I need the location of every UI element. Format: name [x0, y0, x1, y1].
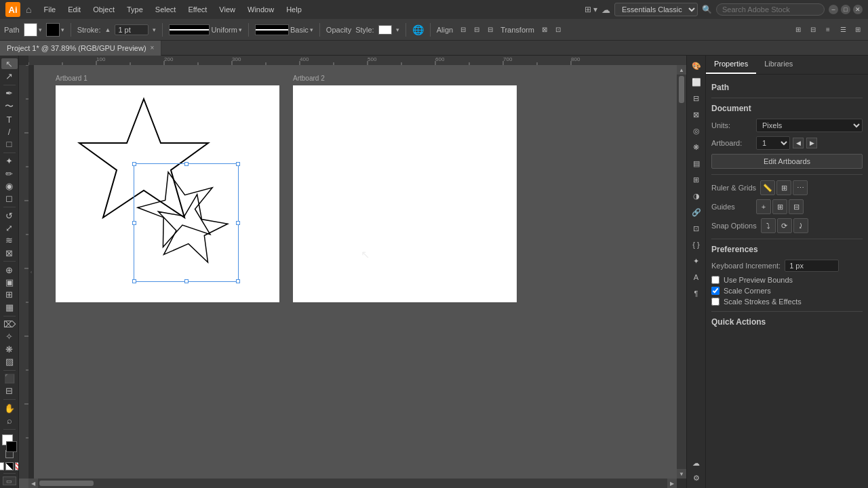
- scale-strokes-effects-checkbox[interactable]: [711, 298, 719, 306]
- home-icon[interactable]: ⌂: [26, 4, 31, 15]
- guides-icon-2[interactable]: ⊞: [772, 199, 787, 214]
- uniform-dropdown[interactable]: ▾: [239, 26, 242, 33]
- document-tab[interactable]: Project 1* @ 37.89% (RGB/GPU Preview) ×: [0, 41, 161, 56]
- column-graph-tool[interactable]: ▨: [1, 356, 18, 367]
- color-mode-gradient[interactable]: [5, 462, 14, 470]
- stroke-up-arrow[interactable]: ▲: [105, 26, 111, 33]
- paragraph-btn[interactable]: ¶: [689, 286, 704, 301]
- opacity-btn[interactable]: ◑: [689, 188, 704, 203]
- menu-effect[interactable]: Effect: [182, 3, 212, 16]
- ruler-icon[interactable]: 📏: [760, 180, 775, 195]
- fill-swatch[interactable]: [24, 23, 37, 37]
- artboard-dropdown[interactable]: 1: [756, 136, 790, 150]
- mesh-tool[interactable]: ⊞: [1, 289, 18, 300]
- slice-tool[interactable]: ⊟: [1, 386, 18, 396]
- scale-tool[interactable]: ⤢: [1, 222, 18, 233]
- snap-icon-3[interactable]: ⤸: [793, 218, 808, 233]
- style-dropdown[interactable]: ▾: [396, 26, 399, 33]
- arrange-icon-4[interactable]: ☰: [837, 24, 849, 36]
- type-tool[interactable]: T: [1, 114, 18, 125]
- menu-object[interactable]: Object: [87, 3, 120, 16]
- links-btn[interactable]: 🔗: [689, 205, 704, 220]
- arrange-icon-1[interactable]: ⊞: [792, 24, 804, 36]
- cloud-icon[interactable]: ☁: [601, 5, 610, 15]
- snap-icon-2[interactable]: ⟳: [777, 218, 792, 233]
- scale-corners-checkbox[interactable]: [711, 287, 719, 295]
- transform-panel-btn[interactable]: ⊠: [689, 107, 704, 122]
- globe-icon[interactable]: 🌐: [412, 24, 424, 35]
- star-small-2[interactable]: [148, 184, 234, 270]
- free-transform-tool[interactable]: ⊠: [1, 247, 18, 258]
- hand-tool[interactable]: ✋: [1, 403, 18, 413]
- sel-handle-mr[interactable]: [236, 221, 240, 225]
- blob-brush-tool[interactable]: ◉: [1, 180, 18, 191]
- maximize-button[interactable]: □: [841, 5, 850, 14]
- transform-icon-1[interactable]: ⊠: [538, 24, 551, 36]
- curvature-tool[interactable]: 〜: [1, 100, 18, 113]
- artboards-btn[interactable]: ⊞: [689, 172, 704, 187]
- grid-icon[interactable]: ⊞: [776, 180, 791, 195]
- sel-handle-br[interactable]: [236, 279, 240, 283]
- cc-libraries-btn[interactable]: ☁: [689, 455, 704, 470]
- menu-view[interactable]: View: [214, 3, 241, 16]
- scroll-thumb-x[interactable]: [39, 481, 94, 486]
- color-mode-color[interactable]: [0, 462, 4, 470]
- arrange-icon-5[interactable]: ⊞: [852, 24, 864, 36]
- layers-btn[interactable]: ▤: [689, 156, 704, 171]
- menu-file[interactable]: File: [38, 3, 61, 16]
- blend-tool[interactable]: ✧: [1, 331, 18, 342]
- settings-btn[interactable]: ⚙: [689, 470, 704, 485]
- align-center-icon[interactable]: ⊟: [471, 24, 483, 36]
- zoom-tool[interactable]: ⌕: [1, 415, 18, 426]
- stroke-dropdown-arrow[interactable]: ▾: [61, 26, 64, 33]
- scroll-right-btn[interactable]: ▶: [667, 479, 677, 488]
- eyedropper-tool[interactable]: ⌦: [1, 319, 18, 329]
- artboard-prev-btn[interactable]: ◀: [793, 138, 804, 148]
- menu-edit[interactable]: Edit: [62, 3, 86, 16]
- scroll-up-btn[interactable]: ▲: [677, 65, 686, 75]
- align-right-icon[interactable]: ⊟: [484, 24, 496, 36]
- close-button[interactable]: ✕: [853, 5, 863, 14]
- selection-tool[interactable]: ↖: [1, 58, 18, 69]
- pencil-tool[interactable]: ✏: [1, 168, 18, 179]
- stroke-swatch[interactable]: [46, 23, 60, 37]
- arrange-icon-2[interactable]: ⊟: [807, 24, 819, 36]
- shape-builder-tool[interactable]: ⊕: [1, 264, 18, 275]
- use-preview-bounds-label[interactable]: Use Preview Bounds: [724, 276, 793, 284]
- align-left-icon[interactable]: ⊟: [457, 24, 469, 36]
- snap-icon-1[interactable]: ⤵: [761, 218, 776, 233]
- vertical-scrollbar[interactable]: ▲ ▼: [677, 65, 686, 479]
- css-export-btn[interactable]: { }: [689, 237, 704, 252]
- fill-dropdown-arrow[interactable]: ▾: [39, 26, 42, 33]
- rectangle-tool[interactable]: □: [1, 139, 18, 150]
- artboard-next-btn[interactable]: ▶: [806, 138, 817, 148]
- left-collapse-handle[interactable]: ‹: [28, 65, 34, 479]
- symbols-btn[interactable]: ❋: [689, 140, 704, 155]
- guides-icon-3[interactable]: ⊟: [789, 199, 804, 214]
- sel-handle-bc[interactable]: [184, 279, 189, 283]
- character-btn[interactable]: A: [689, 270, 704, 285]
- drawing-mode-btn[interactable]: ▭: [3, 476, 16, 485]
- scroll-down-btn[interactable]: ▼: [677, 469, 686, 479]
- appearance-btn[interactable]: ⬜: [689, 75, 704, 89]
- style-swatch[interactable]: [378, 25, 392, 35]
- gradient-tool[interactable]: ▦: [1, 302, 18, 312]
- units-dropdown[interactable]: Pixels: [756, 119, 863, 132]
- guides-icon-1[interactable]: +: [756, 199, 771, 214]
- sel-handle-bl[interactable]: [132, 279, 136, 283]
- canvas-content[interactable]: Artboard 1: [28, 65, 677, 479]
- horizontal-scrollbar[interactable]: ◀ ▶: [28, 479, 677, 488]
- scroll-left-btn[interactable]: ◀: [28, 479, 38, 488]
- scale-corners-label[interactable]: Scale Corners: [724, 287, 771, 295]
- direct-selection-tool[interactable]: ↗: [1, 70, 18, 81]
- brush-panel-btn[interactable]: ✦: [689, 253, 704, 268]
- background-color[interactable]: [6, 441, 17, 452]
- edit-artboards-btn[interactable]: Edit Artboards: [711, 154, 863, 169]
- pathfinder-btn[interactable]: ◎: [689, 123, 704, 138]
- warp-tool[interactable]: ≋: [1, 235, 18, 246]
- transform-icon-2[interactable]: ⊡: [552, 24, 564, 36]
- pen-tool[interactable]: ✒: [1, 87, 18, 98]
- align-panel-btn[interactable]: ⊟: [689, 91, 704, 106]
- arrange-icon-3[interactable]: ≡: [822, 24, 834, 36]
- menu-select[interactable]: Select: [150, 3, 182, 16]
